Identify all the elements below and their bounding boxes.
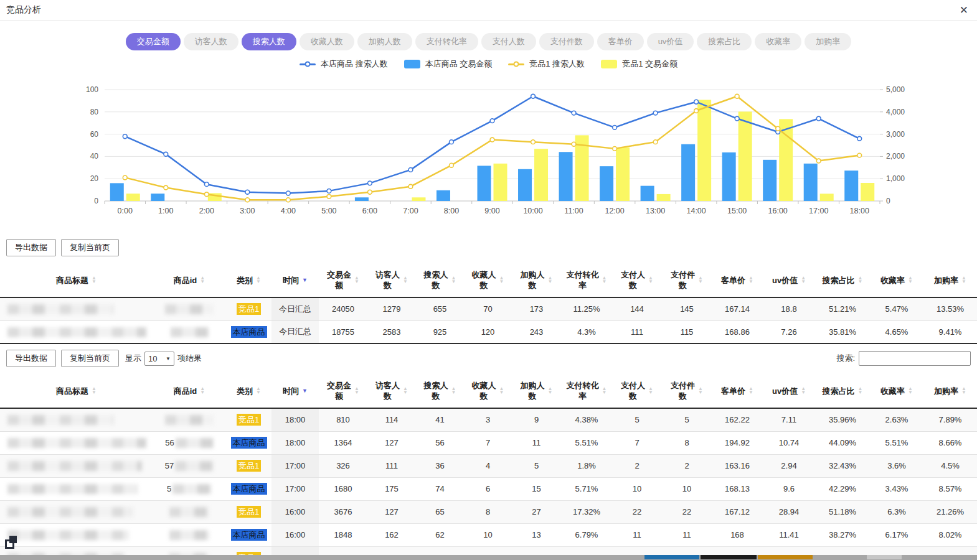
summary-row[interactable]: 竞品1今日汇总2405012796557017311.25%144145167.… bbox=[0, 297, 977, 320]
product-title-cell bbox=[0, 408, 153, 431]
col-header-favorites[interactable]: 收藏人 数▲▼ bbox=[464, 374, 512, 408]
metric-tab-10[interactable]: 搜索占比 bbox=[697, 33, 752, 50]
detail-row[interactable]: 竞品116:0036761276582717.32%2222167.1228.9… bbox=[0, 500, 977, 523]
metric-tab-7[interactable]: 支付件数 bbox=[539, 33, 594, 50]
fav_rate-cell: 4.65% bbox=[870, 320, 923, 343]
col-header-uv_value[interactable]: uv价值▲▼ bbox=[763, 263, 815, 297]
col-header-category[interactable]: 类别▲▼ bbox=[226, 374, 271, 408]
category-badge: 本店商品 bbox=[231, 529, 267, 541]
visitors-cell: 175 bbox=[367, 477, 416, 500]
pay_conv_rate-cell: 5.51% bbox=[561, 431, 612, 454]
category-badge: 竞品1 bbox=[237, 414, 261, 426]
export-button[interactable]: 导出数据 bbox=[6, 350, 56, 367]
col-header-title[interactable]: 商品标题▲▼ bbox=[0, 374, 153, 408]
col-header-time[interactable]: 时间▼ bbox=[271, 374, 319, 408]
col-header-avg_order[interactable]: 客单价▲▼ bbox=[712, 374, 763, 408]
legend-item-1[interactable]: 本店商品 交易金额 bbox=[404, 58, 493, 70]
col-header-title[interactable]: 商品标题▲▼ bbox=[0, 263, 153, 297]
copy-page-button[interactable]: 复制当前页 bbox=[61, 239, 119, 256]
col-header-uv_value[interactable]: uv价值▲▼ bbox=[763, 374, 815, 408]
col-header-favorites[interactable]: 收藏人 数▲▼ bbox=[464, 263, 512, 297]
detail-row[interactable]: 竞品118:0081011441394.38%55162.227.1135.96… bbox=[0, 408, 977, 431]
table-search-input[interactable] bbox=[859, 351, 971, 366]
col-header-label: 支付件 数 bbox=[671, 269, 695, 291]
col-header-label: 访客人 数 bbox=[375, 269, 400, 291]
col-header-pay_items[interactable]: 支付件 数▲▼ bbox=[662, 263, 712, 297]
col-header-search_share[interactable]: 搜索占比▲▼ bbox=[815, 263, 870, 297]
cart_rate-cell: 8.02% bbox=[923, 523, 977, 546]
col-header-id[interactable]: 商品id▲▼ bbox=[153, 263, 226, 297]
page-size-select[interactable]: 10 ▼ bbox=[144, 352, 174, 366]
detail-row[interactable]: 57竞品117:0032611136451.8%22163.162.9432.4… bbox=[0, 454, 977, 477]
close-icon[interactable]: ✕ bbox=[960, 5, 968, 16]
floating-widget-icon[interactable] bbox=[5, 536, 20, 551]
searchers-cell: 74 bbox=[416, 477, 464, 500]
sort-icon: ▲▼ bbox=[961, 276, 966, 284]
col-header-payers[interactable]: 支付人 数▲▼ bbox=[612, 263, 662, 297]
bar-本店商品 交易金额 bbox=[641, 186, 654, 201]
legend-item-0[interactable]: 本店商品 搜索人数 bbox=[300, 58, 388, 70]
col-header-visitors[interactable]: 访客人 数▲▼ bbox=[367, 374, 416, 408]
col-header-cart_adds[interactable]: 加购人 数▲▼ bbox=[512, 374, 561, 408]
uv_value-cell: 10.74 bbox=[763, 431, 815, 454]
hourly-detail-table: 商品标题▲▼商品id▲▼类别▲▼时间▼交易金 额▲▼访客人 数▲▼搜索人 数▲▼… bbox=[0, 374, 977, 560]
export-button[interactable]: 导出数据 bbox=[6, 239, 56, 256]
metric-tab-3[interactable]: 收藏人数 bbox=[300, 33, 354, 50]
legend-item-3[interactable]: 竞品1 交易金额 bbox=[601, 58, 677, 70]
col-header-cart_rate[interactable]: 加购率▲▼ bbox=[923, 374, 977, 408]
col-header-txn_amount[interactable]: 交易金 额▲▼ bbox=[319, 374, 367, 408]
metric-tab-8[interactable]: 客单价 bbox=[597, 33, 644, 50]
col-header-pay_conv_rate[interactable]: 支付转化 率▲▼ bbox=[561, 263, 612, 297]
detail-row[interactable]: 5本店商品17:001680175746155.71%1010168.139.6… bbox=[0, 477, 977, 500]
col-header-pay_conv_rate[interactable]: 支付转化 率▲▼ bbox=[561, 374, 612, 408]
col-header-searchers[interactable]: 搜索人 数▲▼ bbox=[416, 374, 464, 408]
col-header-cart_rate[interactable]: 加购率▲▼ bbox=[923, 263, 977, 297]
col-header-id[interactable]: 商品id▲▼ bbox=[153, 374, 226, 408]
product-id-cell: 5 bbox=[153, 477, 226, 500]
col-header-fav_rate[interactable]: 收藏率▲▼ bbox=[870, 374, 923, 408]
product-title-cell bbox=[0, 500, 153, 523]
metric-tab-0[interactable]: 交易金额 bbox=[126, 33, 181, 50]
col-header-searchers[interactable]: 搜索人 数▲▼ bbox=[416, 263, 464, 297]
point-marker bbox=[368, 181, 372, 185]
favorites-cell: 8 bbox=[464, 500, 512, 523]
point-marker bbox=[694, 109, 699, 113]
legend-label: 本店商品 交易金额 bbox=[425, 58, 493, 70]
col-header-time[interactable]: 时间▼ bbox=[271, 263, 319, 297]
col-header-category[interactable]: 类别▲▼ bbox=[226, 263, 271, 297]
col-header-cart_adds[interactable]: 加购人 数▲▼ bbox=[512, 263, 561, 297]
sort-icon: ▲▼ bbox=[961, 387, 966, 394]
col-header-search_share[interactable]: 搜索占比▲▼ bbox=[815, 374, 870, 408]
col-header-payers[interactable]: 支付人 数▲▼ bbox=[612, 374, 662, 408]
x-axis-label: 14:00 bbox=[686, 207, 706, 215]
horizontal-scrollbar[interactable] bbox=[0, 555, 977, 560]
bar-竞品1 交易金额 bbox=[657, 194, 671, 201]
col-header-fav_rate[interactable]: 收藏率▲▼ bbox=[870, 263, 923, 297]
bar-竞品1 交易金额 bbox=[412, 197, 425, 201]
copy-page-button[interactable]: 复制当前页 bbox=[61, 350, 119, 367]
point-marker bbox=[286, 191, 290, 195]
metric-tab-4[interactable]: 加购人数 bbox=[357, 33, 412, 50]
pay_conv_rate-cell: 5.71% bbox=[561, 477, 612, 500]
metric-tab-6[interactable]: 支付人数 bbox=[481, 33, 536, 50]
metric-tab-11[interactable]: 收藏率 bbox=[755, 33, 801, 50]
sort-desc-icon: ▼ bbox=[302, 278, 308, 283]
time-cell: 今日汇总 bbox=[271, 297, 319, 320]
col-header-label: 加购率 bbox=[934, 386, 958, 396]
metric-tab-1[interactable]: 访客人数 bbox=[184, 33, 238, 50]
col-header-txn_amount[interactable]: 交易金 额▲▼ bbox=[319, 263, 367, 297]
detail-row[interactable]: 本店商品16:0018481626210136.79%111116811.413… bbox=[0, 523, 977, 546]
detail-row[interactable]: 56本店商品18:001364127567115.51%78194.9210.7… bbox=[0, 431, 977, 454]
col-header-pay_items[interactable]: 支付件 数▲▼ bbox=[662, 374, 712, 408]
summary-row[interactable]: 本店商品今日汇总1875525839251202434.3%111115168.… bbox=[0, 320, 977, 343]
legend-item-2[interactable]: 竞品1 搜索人数 bbox=[508, 58, 585, 70]
metric-tab-9[interactable]: uv价值 bbox=[647, 33, 694, 50]
col-header-avg_order[interactable]: 客单价▲▼ bbox=[712, 263, 763, 297]
col-header-visitors[interactable]: 访客人 数▲▼ bbox=[367, 263, 416, 297]
cart_adds-cell: 13 bbox=[512, 523, 561, 546]
metric-tab-2[interactable]: 搜索人数 bbox=[242, 33, 296, 50]
point-marker bbox=[164, 185, 168, 190]
metric-tab-12[interactable]: 加购率 bbox=[805, 33, 851, 50]
time-cell: 17:00 bbox=[271, 454, 319, 477]
metric-tab-5[interactable]: 支付转化率 bbox=[415, 33, 478, 50]
